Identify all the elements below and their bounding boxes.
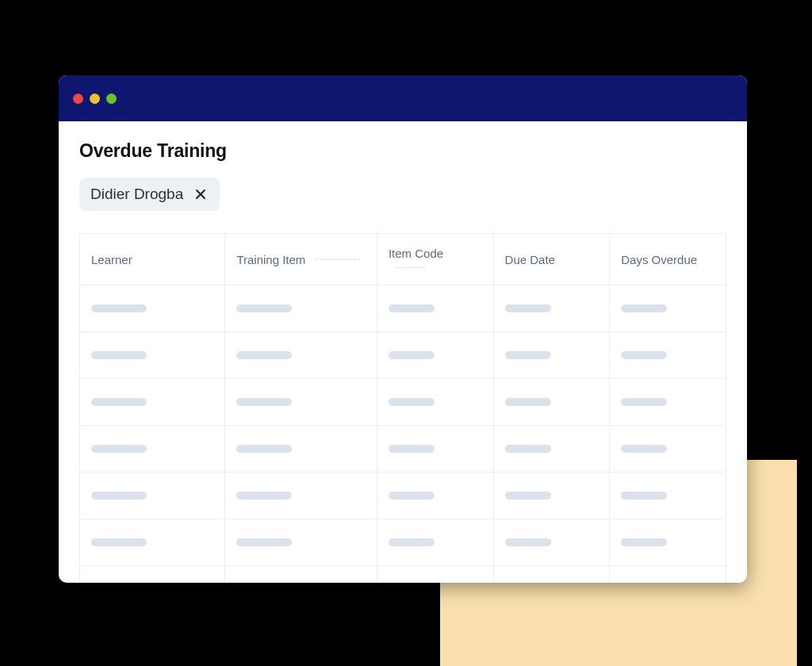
skeleton-placeholder (236, 398, 292, 406)
table-cell (225, 378, 377, 425)
skeleton-placeholder (91, 445, 147, 453)
table-cell (610, 519, 726, 565)
table-cell (377, 472, 493, 519)
table-cell (610, 285, 726, 331)
table-cell (80, 378, 225, 425)
table-body (80, 285, 726, 583)
table-cell (610, 331, 726, 378)
table-cell (225, 331, 377, 378)
skeleton-placeholder (236, 445, 292, 453)
table-cell (377, 519, 493, 565)
table-cell (493, 519, 610, 565)
skeleton-placeholder (505, 398, 551, 406)
column-header-label: Learner (91, 253, 132, 266)
table-cell (493, 565, 610, 583)
skeleton-placeholder (91, 304, 147, 312)
skeleton-placeholder (91, 351, 147, 359)
column-header-item-code[interactable]: Item Code (377, 234, 493, 285)
table-cell (225, 565, 377, 583)
table-cell (80, 472, 225, 519)
skeleton-placeholder (621, 398, 667, 406)
window-close-dot[interactable] (73, 94, 83, 104)
skeleton-placeholder (621, 538, 667, 546)
table-cell (610, 565, 726, 583)
table-cell (377, 331, 493, 378)
table-cell (493, 285, 610, 331)
column-header-due-date[interactable]: Due Date (493, 234, 610, 285)
column-header-label: Due Date (505, 253, 555, 266)
window-titlebar (59, 75, 747, 121)
page-title: Overdue Training (79, 140, 726, 162)
table-row[interactable] (80, 519, 726, 565)
skeleton-placeholder (389, 304, 435, 312)
table-row[interactable] (80, 285, 726, 331)
table-cell (493, 331, 610, 378)
table-row[interactable] (80, 565, 726, 583)
skeleton-placeholder (389, 492, 435, 500)
table-cell (493, 472, 610, 519)
column-link-line (316, 259, 360, 260)
filter-chip-label: Didier Drogba (90, 186, 183, 203)
table-cell (80, 519, 225, 565)
filter-chip[interactable]: Didier Drogba (79, 178, 220, 211)
table-cell (610, 425, 726, 472)
table-cell (80, 565, 225, 583)
table-cell (80, 285, 225, 331)
column-header-days-overdue[interactable]: Days Overdue (610, 234, 726, 285)
skeleton-placeholder (91, 538, 147, 546)
column-header-learner[interactable]: Learner (80, 234, 225, 285)
skeleton-placeholder (621, 445, 667, 453)
skeleton-placeholder (91, 398, 147, 406)
skeleton-placeholder (236, 538, 292, 546)
skeleton-placeholder (505, 445, 551, 453)
table-cell (225, 519, 377, 565)
skeleton-placeholder (621, 304, 667, 312)
column-header-training-item[interactable]: Training Item (225, 234, 377, 285)
skeleton-placeholder (236, 304, 292, 312)
skeleton-placeholder (389, 351, 435, 359)
column-link-line (395, 267, 425, 268)
table-cell (225, 425, 377, 472)
table-cell (493, 425, 610, 472)
table-cell (225, 472, 377, 519)
skeleton-placeholder (505, 351, 551, 359)
table-cell (80, 331, 225, 378)
skeleton-placeholder (505, 304, 551, 312)
column-header-label: Training Item (236, 253, 305, 266)
table-cell (377, 425, 493, 472)
window-minimize-dot[interactable] (90, 94, 100, 104)
skeleton-placeholder (389, 398, 435, 406)
skeleton-placeholder (389, 538, 435, 546)
skeleton-placeholder (236, 492, 292, 500)
app-window: Overdue Training Didier Drogba Learner (59, 75, 747, 583)
window-content: Overdue Training Didier Drogba Learner (59, 121, 747, 583)
table-header-row: Learner Training Item Item Code Due Date (80, 234, 726, 285)
table-cell (377, 378, 493, 425)
skeleton-placeholder (505, 492, 551, 500)
skeleton-placeholder (91, 492, 147, 500)
skeleton-placeholder (389, 445, 435, 453)
table-row[interactable] (80, 425, 726, 472)
table-row[interactable] (80, 331, 726, 378)
table-cell (493, 378, 610, 425)
skeleton-placeholder (621, 492, 667, 500)
table-cell (610, 378, 726, 425)
table-cell (610, 472, 726, 519)
column-header-label: Days Overdue (621, 253, 697, 266)
column-header-label: Item Code (389, 247, 443, 260)
table-cell (377, 285, 493, 331)
table-cell (225, 285, 377, 331)
table-cell (80, 425, 225, 472)
window-zoom-dot[interactable] (106, 94, 117, 104)
table-row[interactable] (80, 472, 726, 519)
skeleton-placeholder (505, 538, 551, 546)
table-row[interactable] (80, 378, 726, 425)
skeleton-placeholder (236, 351, 292, 359)
close-icon[interactable] (193, 186, 209, 202)
overdue-training-table: Learner Training Item Item Code Due Date (79, 233, 726, 583)
skeleton-placeholder (621, 351, 667, 359)
table-cell (377, 565, 493, 583)
